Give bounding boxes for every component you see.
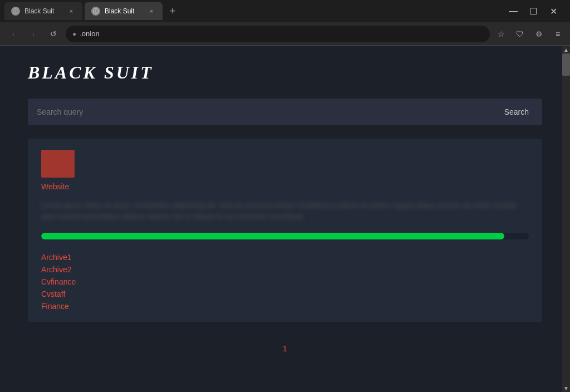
browser-window: Black Suit × Black Suit × + — ☐ ✕ ‹ › ↺ … bbox=[0, 0, 570, 392]
entry-image bbox=[41, 150, 75, 178]
tab-2-close[interactable]: × bbox=[147, 7, 156, 16]
scrollbar-up-arrow[interactable]: ▲ bbox=[562, 46, 570, 53]
site-title: BLACK SUIT bbox=[28, 62, 542, 83]
search-button[interactable]: Search bbox=[500, 105, 533, 119]
privacy-icon: ● bbox=[72, 30, 76, 38]
forward-button[interactable]: › bbox=[26, 26, 41, 42]
shield-icon[interactable]: 🛡 bbox=[513, 27, 527, 41]
tab-1-icon bbox=[11, 7, 20, 16]
close-button[interactable]: ✕ bbox=[548, 6, 559, 17]
tab-2-label: Black Suit bbox=[105, 7, 142, 15]
tab-bar: Black Suit × Black Suit × + — ☐ ✕ bbox=[0, 0, 570, 22]
archive-link-5[interactable]: Finance bbox=[41, 302, 529, 311]
progress-bar-fill bbox=[41, 233, 504, 239]
minimize-button[interactable]: — bbox=[508, 6, 519, 17]
scrollbar-thumb[interactable] bbox=[562, 53, 570, 76]
scrollbar[interactable]: ▲ ▼ bbox=[562, 46, 570, 392]
archive-link-3[interactable]: Cvfinance bbox=[41, 277, 529, 286]
extensions-icon[interactable]: ⚙ bbox=[532, 27, 546, 41]
address-text: .onion bbox=[80, 30, 483, 38]
entry-card: Website Lorem ipsum dolor sit amet, cons… bbox=[28, 139, 542, 322]
tab-1-label: Black Suit bbox=[24, 7, 62, 15]
new-tab-button[interactable]: + bbox=[165, 3, 180, 19]
menu-icon[interactable]: ≡ bbox=[551, 27, 564, 41]
tab-1[interactable]: Black Suit × bbox=[4, 2, 82, 20]
tab-2[interactable]: Black Suit × bbox=[85, 2, 163, 20]
search-input[interactable] bbox=[37, 107, 500, 116]
nav-right-icons: ☆ 🛡 ⚙ ≡ bbox=[494, 27, 564, 41]
back-button[interactable]: ‹ bbox=[6, 26, 21, 42]
search-bar: Search bbox=[28, 99, 542, 125]
archive-link-4[interactable]: Cvstaff bbox=[41, 290, 529, 298]
reload-button[interactable]: ↺ bbox=[46, 26, 61, 42]
address-bar[interactable]: ● .onion bbox=[66, 26, 490, 42]
archive-links: Archive1 Archive2 Cvfinance Cvstaff Fina… bbox=[41, 253, 529, 311]
tab-1-close[interactable]: × bbox=[67, 7, 76, 16]
entry-description: Lorem ipsum dolor sit amet, consectetur … bbox=[41, 200, 529, 222]
bookmark-icon[interactable]: ☆ bbox=[494, 27, 508, 41]
archive-link-1[interactable]: Archive1 bbox=[41, 253, 529, 262]
tab-2-icon bbox=[91, 7, 100, 16]
archive-link-2[interactable]: Archive2 bbox=[41, 265, 529, 274]
maximize-button[interactable]: ☐ bbox=[528, 6, 539, 17]
pagination-current: 1 bbox=[283, 344, 287, 353]
progress-bar-container bbox=[41, 233, 529, 239]
pagination: 1 bbox=[28, 344, 542, 353]
entry-website-link[interactable]: Website bbox=[41, 182, 529, 191]
nav-bar: ‹ › ↺ ● .onion ☆ 🛡 ⚙ ≡ bbox=[0, 22, 570, 46]
scrollbar-down-arrow[interactable]: ▼ bbox=[562, 384, 570, 392]
scrollbar-track[interactable] bbox=[562, 53, 570, 384]
page-content: BLACK SUIT Search Website Lorem ipsum do… bbox=[0, 46, 570, 392]
window-controls: — ☐ ✕ bbox=[508, 6, 566, 17]
